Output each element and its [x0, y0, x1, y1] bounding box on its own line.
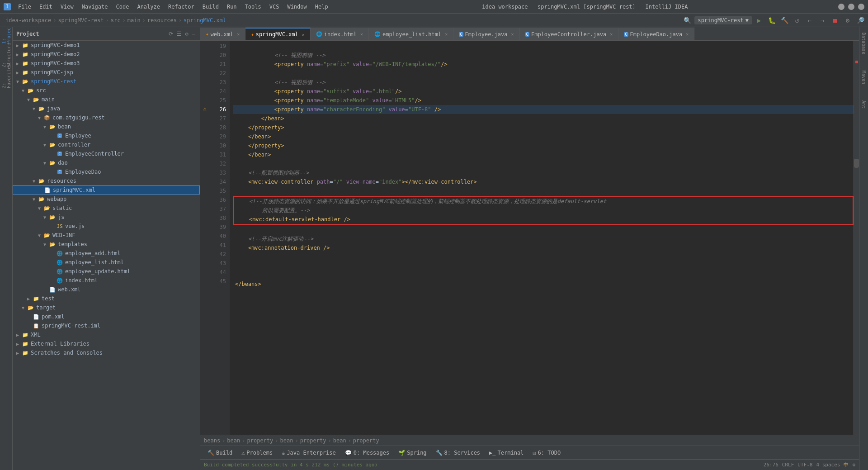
build-button[interactable]: 🔨 [778, 14, 790, 26]
tab-close-icon[interactable]: ✕ [302, 32, 305, 37]
bc-property-1[interactable]: property [247, 437, 274, 444]
tab-Employee-java[interactable]: C Employee.java ✕ [453, 28, 519, 40]
build-btn[interactable]: 🔨 Build [204, 449, 236, 457]
tree-item-java[interactable]: ▼ 📂 java [13, 104, 200, 113]
menu-window[interactable]: Window [283, 3, 310, 11]
tree-item-springMVC-xml[interactable]: ▶ 📄 springMVC.xml [13, 185, 200, 195]
tree-item-ext-libs[interactable]: ▶ 📁 External Libraries [13, 339, 200, 348]
settings-status-icon[interactable]: ⚙ [852, 462, 855, 468]
tree-item-package[interactable]: ▼ 📦 com.atguigu.rest [13, 113, 200, 122]
tab-close-icon[interactable]: ✕ [445, 32, 448, 37]
tab-springMVC-xml[interactable]: ✦ springMVC.xml ✕ [245, 28, 311, 40]
close-button[interactable] [858, 4, 864, 10]
bc-property-2[interactable]: property [300, 437, 326, 444]
tree-item-employee-list[interactable]: ▶ 🌐 employee_list.html [13, 258, 200, 267]
tree-item-test[interactable]: ▶ 📁 test [13, 294, 200, 303]
maximize-button[interactable] [848, 4, 854, 10]
tab-EmployeeDao-java[interactable]: C EmployeeDao.java ✕ [618, 28, 694, 40]
sync-panel-icon[interactable]: ⟳ [168, 30, 174, 38]
problems-btn[interactable]: ⚠ Problems [238, 449, 276, 457]
bc-resources[interactable]: resources [147, 17, 177, 24]
tree-item-index-html[interactable]: ▶ 🌐 index.html [13, 276, 200, 285]
minimize-button[interactable] [838, 4, 844, 10]
sidebar-structure-btn[interactable]: Z: Structure [1, 50, 12, 61]
run-button[interactable]: ▶ [753, 14, 765, 26]
tree-item-dao-folder[interactable]: ▼ 📂 dao [13, 158, 200, 167]
bc-project[interactable]: springMVC-rest [58, 17, 104, 24]
vertical-scrollbar[interactable] [854, 41, 859, 435]
menu-navigate[interactable]: Navigate [78, 3, 112, 11]
tree-item-EmployeeDao[interactable]: ▶ C EmployeeDao [13, 167, 200, 176]
tree-item-web-xml[interactable]: ▶ 📄 web.xml [13, 285, 200, 294]
tree-item-WEB-INF[interactable]: ▼ 📂 WEB-INF [13, 231, 200, 240]
bc-src[interactable]: src [111, 17, 121, 24]
sidebar-maven[interactable]: Maven [860, 67, 867, 88]
tree-item-employee-update[interactable]: ▶ 🌐 employee_update.html [13, 267, 200, 276]
tab-index-html[interactable]: 🌐 index.html ✕ [311, 28, 369, 40]
menu-file[interactable]: File [14, 3, 35, 11]
messages-btn[interactable]: 💬 0: Messages [341, 449, 393, 457]
bc-bean-1[interactable]: bean [227, 437, 240, 444]
tree-item-static[interactable]: ▼ 📂 static [13, 204, 200, 213]
menu-code[interactable]: Code [113, 3, 133, 11]
stop-button[interactable]: ■ [829, 14, 841, 26]
tab-employee-list[interactable]: 🌐 employee_list.html ✕ [369, 28, 453, 40]
run-config-selector[interactable]: springMVC-rest ▼ [694, 16, 752, 24]
bc-workspace[interactable]: idea-workspace [5, 17, 51, 24]
tree-item-springMVC-demo1[interactable]: ▶ 📁 springMVC-demo1 [13, 41, 200, 50]
menu-build[interactable]: Build [199, 3, 222, 11]
debug-button[interactable]: 🐛 [766, 14, 778, 26]
sync-button[interactable]: ↺ [791, 14, 803, 26]
tree-item-src[interactable]: ▼ 📂 src [13, 86, 200, 95]
tab-close-icon[interactable]: ✕ [511, 32, 514, 37]
tree-item-iml[interactable]: ▶ 📋 springMVC-rest.iml [13, 321, 200, 330]
menu-vcs[interactable]: VCS [266, 3, 283, 11]
menu-tools[interactable]: Tools [241, 3, 265, 11]
tree-item-employee-add[interactable]: ▶ 🌐 employee_add.html [13, 249, 200, 258]
sidebar-project-btn[interactable]: 1: Project [1, 29, 12, 40]
bc-beans[interactable]: beans [204, 437, 220, 444]
tree-item-springMVC-rest[interactable]: ▼ 📂 springMVC-rest [13, 77, 200, 86]
tree-item-resources[interactable]: ▼ 📂 resources [13, 176, 200, 185]
search-button[interactable]: 🔎 [854, 14, 866, 26]
line-separator[interactable]: CRLF [782, 462, 794, 468]
indent[interactable]: 4 spaces [816, 462, 840, 468]
todo-btn[interactable]: ☑ 6: TODO [529, 449, 564, 457]
tab-web-xml[interactable]: ✦ web.xml ✕ [200, 28, 245, 40]
tree-item-controller-folder[interactable]: ▼ 📂 controller [13, 140, 200, 149]
tree-item-js[interactable]: ▼ 📂 js [13, 213, 200, 222]
tab-EmployeeController-java[interactable]: C EmployeeController.java ✕ [520, 28, 619, 40]
java-enterprise-btn[interactable]: ☕ Java Enterprise [278, 449, 340, 457]
settings-panel-icon[interactable]: ☰ [176, 30, 183, 38]
tree-item-vue-js[interactable]: ▶ JS vue.js [13, 222, 200, 231]
bc-property-3[interactable]: property [353, 437, 379, 444]
tree-item-EmployeeController[interactable]: ▶ C EmployeeController [13, 149, 200, 158]
forward-button[interactable]: → [816, 14, 828, 26]
menu-refactor[interactable]: Refactor [165, 3, 198, 11]
menu-analyze[interactable]: Analyze [133, 3, 164, 11]
sidebar-database[interactable]: Database [860, 29, 867, 58]
menu-edit[interactable]: Edit [36, 3, 56, 11]
tree-item-springMVC-demo3[interactable]: ▶ 📁 springMVC-demo3 [13, 59, 200, 68]
close-panel-icon[interactable]: — [191, 30, 196, 38]
sidebar-favorites-btn[interactable]: 2: Favorites [1, 71, 12, 81]
tree-item-scratches[interactable]: ▶ 📁 Scratches and Consoles [13, 348, 200, 357]
tab-close-icon[interactable]: ✕ [686, 32, 689, 37]
menu-run[interactable]: Run [223, 3, 241, 11]
search-everywhere-btn[interactable]: 🔍 [682, 14, 693, 26]
terminal-btn[interactable]: ▶_ Terminal [486, 449, 527, 457]
services-btn[interactable]: 🔧 8: Services [432, 449, 484, 457]
bc-bean-2[interactable]: bean [280, 437, 293, 444]
tab-close-icon[interactable]: ✕ [610, 32, 613, 37]
cursor-position[interactable]: 26:76 [764, 462, 778, 468]
tree-item-target[interactable]: ▼ 📂 target [13, 303, 200, 312]
tree-item-bean[interactable]: ▼ 📂 bean [13, 122, 200, 131]
tab-close-icon[interactable]: ✕ [237, 32, 240, 37]
tree-item-springMVC-jsp[interactable]: ▶ 📁 springMVC-jsp [13, 68, 200, 77]
menu-view[interactable]: View [57, 3, 77, 11]
settings-button[interactable]: ⚙ [842, 14, 854, 26]
tree-item-XML[interactable]: ▶ 📁 XML [13, 330, 200, 339]
tree-item-springMVC-demo2[interactable]: ▶ 📁 springMVC-demo2 [13, 50, 200, 59]
bc-main[interactable]: main [127, 17, 141, 24]
code-area[interactable]: <!-- 视图前缀 --> <property name="prefix" va… [230, 41, 854, 435]
